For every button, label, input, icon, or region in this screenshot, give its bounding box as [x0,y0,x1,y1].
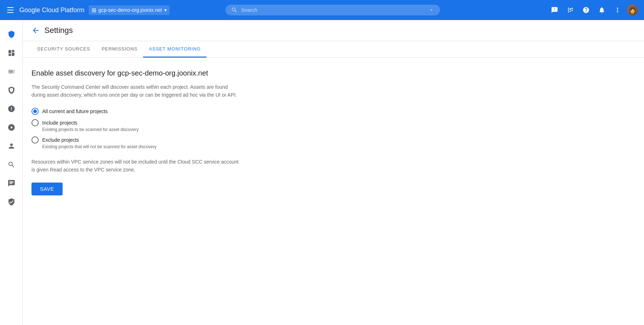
main-content: Enable asset discovery for gcp-sec-demo-… [23,58,644,325]
section-description: The Security Command Center will discove… [31,83,239,99]
vpc-notice: Resources within VPC service zones will … [31,158,239,174]
sidebar-item-dashboard[interactable] [3,44,20,62]
tab-asset-monitoring[interactable]: ASSET MONITORING [143,41,206,58]
back-button[interactable] [31,26,40,35]
radio-row-exclude-projects[interactable]: Exclude projects [31,136,635,144]
radio-item-all-projects: All current and future projects [31,108,635,115]
help-button[interactable] [580,4,592,16]
search-icon [231,7,238,13]
sidebar-item-security[interactable] [3,26,20,43]
apps-button[interactable] [564,4,577,16]
org-name: gcp-sec-demo-org.joonix.net [98,7,162,13]
radio-row-include-projects[interactable]: Include projects [31,119,635,126]
sidebar-item-query[interactable] [3,175,20,192]
radio-item-exclude-projects: Exclude projects Existing projects that … [31,136,635,149]
tabs-bar: SECURITY SOURCES PERMISSIONS ASSET MONIT… [23,41,644,58]
org-icon: ⊞ [92,7,96,14]
radio-group: All current and future projects Include … [31,108,635,149]
org-dropdown-icon: ▾ [164,7,167,13]
sidebar-item-compliance[interactable] [3,193,20,210]
hamburger-menu[interactable] [6,6,15,14]
content-area: Settings SECURITY SOURCES PERMISSIONS AS… [23,20,644,325]
radio-label-include-projects: Include projects [42,120,77,126]
more-options-button[interactable] [611,4,624,16]
app-title: Google Cloud Platform [19,6,84,14]
search-expand-icon [429,7,434,13]
radio-circle-all-projects[interactable] [31,108,39,115]
save-button[interactable]: SAVE [31,183,63,195]
main-layout: Settings SECURITY SOURCES PERMISSIONS AS… [0,20,644,325]
radio-row-all-projects[interactable]: All current and future projects [31,108,635,115]
sidebar-item-findings[interactable] [3,63,20,80]
radio-label-exclude-projects: Exclude projects [42,137,79,143]
radio-circle-exclude-projects[interactable] [31,136,39,144]
radio-sublabel-include-projects: Existing projects to be scanned for asse… [42,127,635,132]
tab-permissions[interactable]: PERMISSIONS [96,41,143,58]
sidebar-item-assets[interactable] [3,82,20,99]
sidebar-item-threats[interactable] [3,119,20,136]
radio-circle-include-projects[interactable] [31,119,39,126]
avatar[interactable]: 👩 [627,4,638,16]
search-bar[interactable] [225,5,440,15]
page-header: Settings [23,20,644,41]
radio-sublabel-exclude-projects: Existing projects that will not be scann… [42,144,635,149]
radio-label-all-projects: All current and future projects [42,108,108,114]
top-nav-right: 👩 [548,4,638,16]
sidebar-item-identity[interactable] [3,137,20,155]
section-title: Enable asset discovery for gcp-sec-demo-… [31,69,635,77]
tab-security-sources[interactable]: SECURITY SOURCES [31,41,96,58]
org-selector[interactable]: ⊞ gcp-sec-demo-org.joonix.net ▾ [89,5,169,15]
radio-item-include-projects: Include projects Existing projects to be… [31,119,635,132]
top-nav-left: Google Cloud Platform [6,6,84,14]
sidebar-item-investigate[interactable] [3,156,20,173]
sidebar-item-vulnerabilities[interactable] [3,100,20,117]
sidebar [0,20,23,325]
page-title: Settings [44,26,73,35]
top-nav: Google Cloud Platform ⊞ gcp-sec-demo-org… [0,0,644,20]
notifications-button[interactable] [595,4,608,16]
feedback-button[interactable] [548,4,561,16]
search-input[interactable] [241,7,425,13]
